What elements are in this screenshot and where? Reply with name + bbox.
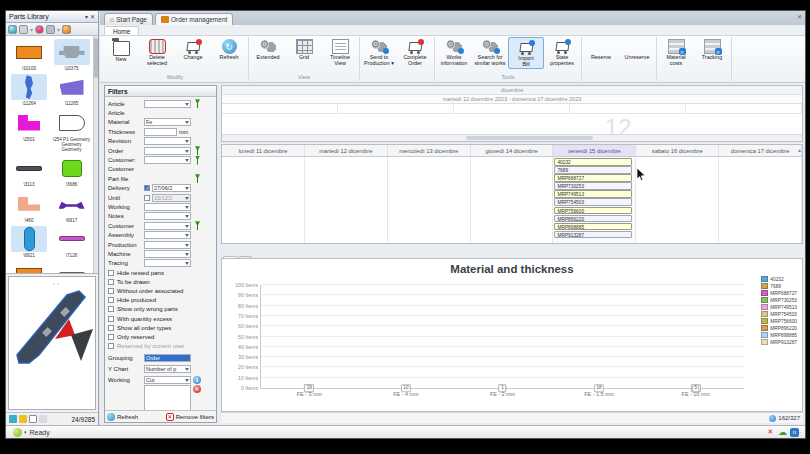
ribbon-button-change[interactable]: Change: [175, 37, 211, 61]
checkbox[interactable]: [108, 325, 114, 331]
chevron-down-icon[interactable]: ▾: [85, 13, 88, 20]
filter-checkbox-show-all-order-types[interactable]: Show all order types: [108, 323, 213, 332]
grouping-combo[interactable]: Order: [144, 354, 191, 362]
status-caret-icon[interactable]: ▾: [24, 429, 27, 435]
filter-checkbox-hide-produced[interactable]: Hide produced: [108, 296, 213, 305]
calendar-day-column[interactable]: [719, 157, 802, 243]
part-item[interactable]: \11264: [9, 74, 49, 106]
ribbon-button-delete[interactable]: Delete selected: [139, 37, 175, 67]
ribbon-button-timeline[interactable]: Timeline View: [322, 37, 358, 67]
grouping-combo[interactable]: Cut: [144, 376, 191, 384]
close-pane-icon[interactable]: ✕: [797, 13, 802, 20]
checkbox[interactable]: [108, 270, 114, 276]
filter-combo[interactable]: [144, 241, 191, 249]
checkbox[interactable]: [108, 334, 114, 340]
ribbon-button-reserve[interactable]: Reserve: [583, 37, 619, 61]
filter-text-input[interactable]: [144, 128, 177, 136]
working-listbox[interactable]: [144, 385, 191, 410]
filter-combo[interactable]: [144, 250, 191, 258]
part-item[interactable]: \3113: [9, 155, 49, 187]
calendar-scroll-up-icon[interactable]: ▴: [798, 146, 801, 153]
layout-icon[interactable]: [19, 25, 28, 34]
filter-combo[interactable]: [144, 222, 191, 230]
mode-icon[interactable]: [29, 415, 37, 423]
part-item[interactable]: \8726: [52, 261, 92, 274]
calendar-day-header[interactable]: sabato 16 dicembre: [636, 145, 719, 156]
order-entry[interactable]: MRP756600: [554, 207, 632, 215]
ribbon-button-material[interactable]: nMaterial costs: [658, 37, 694, 67]
part-item[interactable]: \3686: [52, 155, 92, 187]
part-item[interactable]: \10375: [52, 39, 92, 71]
calendar-day-header[interactable]: domenica 17 dicembre: [719, 145, 802, 156]
filter-combo[interactable]: [144, 147, 191, 155]
part-item[interactable]: \11265: [52, 74, 92, 106]
part-item[interactable]: \7127: [9, 261, 49, 274]
filter-date-checkbox[interactable]: [144, 185, 150, 191]
mini-calendar-day[interactable]: [454, 104, 570, 113]
filter-checkbox-only-reserved[interactable]: Only reserved: [108, 332, 213, 341]
pan-icon[interactable]: [9, 415, 17, 423]
ribbon-button-import[interactable]: Import Bill: [508, 37, 544, 69]
filter-combo[interactable]: [144, 231, 191, 239]
part-item[interactable]: \10100: [9, 39, 49, 71]
ribbon-tab-home[interactable]: Home: [104, 26, 139, 35]
ribbon-button-tracking[interactable]: nTracking: [694, 37, 730, 61]
ribbon-button-send[interactable]: Send to Production ▾: [361, 37, 397, 67]
order-entry[interactable]: MRP913287: [554, 231, 632, 239]
calendar-day-header[interactable]: martedì 12 dicembre: [305, 145, 388, 156]
filter-date-combo[interactable]: 15/12/2: [152, 194, 191, 202]
mini-calendar-day[interactable]: [338, 104, 454, 113]
calendar-day-column[interactable]: [305, 157, 388, 243]
mini-calendar-day[interactable]: [570, 104, 686, 113]
grouping-combo[interactable]: Number of p: [144, 365, 191, 373]
order-entry[interactable]: 40232: [554, 158, 632, 166]
filter-combo[interactable]: [144, 212, 191, 220]
ribbon-button-complete[interactable]: Complete Order: [397, 37, 433, 67]
order-entry[interactable]: MRP896220: [554, 215, 632, 223]
checkbox[interactable]: [108, 279, 114, 285]
checkbox[interactable]: [108, 306, 114, 312]
filter-combo[interactable]: [144, 137, 191, 145]
checkbox[interactable]: [108, 316, 114, 322]
ribbon-button-search[interactable]: Search for similar works: [472, 37, 508, 67]
ribbon-button-grid[interactable]: Grid: [286, 37, 322, 61]
clear-selection-icon[interactable]: [35, 25, 44, 34]
ribbon-button-extended[interactable]: Extended: [250, 37, 286, 61]
part-item[interactable]: \254 P1 Geometry Geometry Geometry: [52, 110, 92, 153]
refresh-filters-button[interactable]: Refresh: [107, 413, 138, 421]
mini-calendar-body[interactable]: 12: [222, 114, 802, 134]
remove-working-button[interactable]: ✕: [193, 385, 201, 393]
calendar-day-column[interactable]: 402327689MRP688727MRP730253MRP749513MRP7…: [553, 157, 636, 243]
calendar-day-column[interactable]: [388, 157, 471, 243]
calendar-day-column[interactable]: [471, 157, 554, 243]
mini-calendar-day[interactable]: [686, 104, 802, 113]
settings-gear-icon[interactable]: [46, 25, 55, 34]
remove-filters-button[interactable]: ✕ Remove filters: [166, 413, 214, 421]
status-collapse-icon[interactable]: -: [799, 429, 801, 435]
order-entry[interactable]: MRP688727: [554, 174, 632, 182]
order-entry[interactable]: MRP754503: [554, 198, 632, 206]
filter-checkbox-without-order-associated[interactable]: Without order associated: [108, 286, 213, 295]
view-mode-icon[interactable]: [8, 25, 17, 34]
part-item[interactable]: \6917: [52, 191, 92, 223]
ribbon-button-new[interactable]: New: [103, 37, 139, 63]
ribbon-button-works[interactable]: Works information: [436, 37, 472, 67]
filter-checkbox-show-only-wrong-parts[interactable]: Show only wrong parts: [108, 305, 213, 314]
part-item[interactable]: \7126: [52, 226, 92, 258]
calendar-day-column[interactable]: [636, 157, 719, 243]
checkbox[interactable]: [108, 288, 114, 294]
folder-icon[interactable]: [62, 25, 71, 34]
filter-checkbox-to-be-drawn[interactable]: To be drawn: [108, 277, 213, 286]
extra-icon[interactable]: [39, 415, 47, 423]
part-item[interactable]: \2501: [9, 110, 49, 153]
filter-combo[interactable]: [144, 203, 191, 211]
filter-checkbox-with-quantity-excess[interactable]: With quantity excess: [108, 314, 213, 323]
horizontal-scrollbar[interactable]: [222, 134, 802, 141]
order-entry[interactable]: MRP898885: [554, 223, 632, 231]
part-3d-preview[interactable]: ⌜ ⌝: [8, 276, 96, 410]
calendar-day-header[interactable]: lunedì 11 dicembre: [222, 145, 305, 156]
filter-combo[interactable]: [144, 100, 191, 108]
filter-combo[interactable]: [144, 156, 191, 164]
status-error-icon[interactable]: ✕: [766, 428, 775, 437]
cloud-sync-icon[interactable]: ☁: [778, 428, 787, 437]
